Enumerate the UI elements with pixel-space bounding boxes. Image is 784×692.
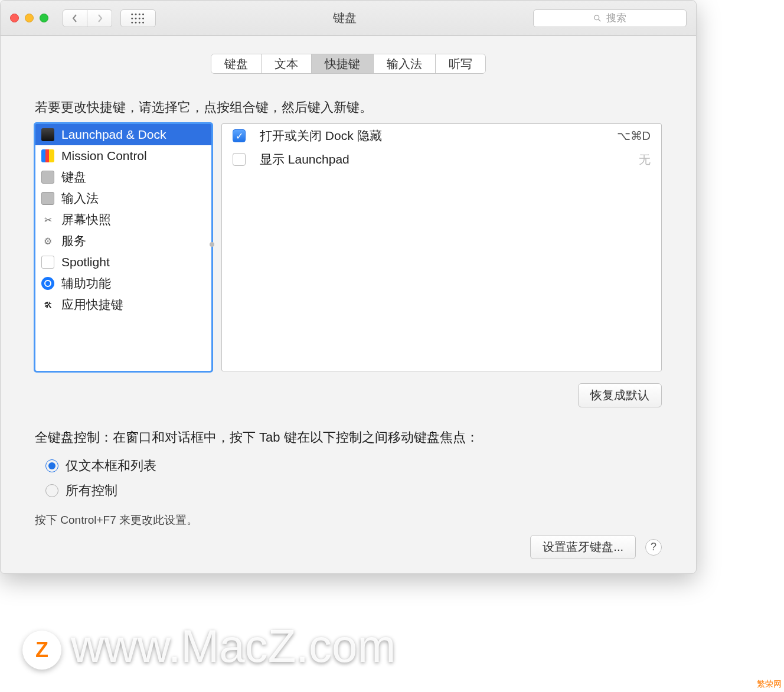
category-app-shortcuts[interactable]: 应用快捷键 — [35, 294, 211, 315]
tab-text[interactable]: 文本 — [262, 54, 312, 73]
radio-text-boxes-only[interactable]: 仅文本框和列表 — [45, 457, 662, 475]
keyboard-icon — [41, 171, 54, 184]
category-keyboard[interactable]: 键盘 — [35, 167, 211, 188]
help-button[interactable]: ? — [645, 539, 662, 556]
window-controls — [10, 14, 48, 22]
category-label: Mission Control — [61, 149, 147, 163]
watermark-logo: Z — [22, 631, 61, 670]
shortcut-label: 打开或关闭 Dock 隐藏 — [260, 128, 603, 144]
content-area: 若要更改快捷键，请选择它，点按组合键，然后键入新键。 Launchpad & D… — [1, 99, 696, 528]
shortcut-label: 显示 Launchpad — [260, 151, 625, 168]
shortcut-list-pane: ✓ 打开或关闭 Dock 隐藏 ⌥⌘D 显示 Launchpad 无 — [221, 123, 662, 371]
search-icon — [593, 14, 602, 22]
show-all-button[interactable]: ●●●●●●●●●●●● — [120, 9, 156, 27]
minimize-window-button[interactable] — [25, 14, 34, 22]
category-label: 键盘 — [61, 169, 86, 185]
restore-defaults-button[interactable]: 恢复成默认 — [578, 383, 662, 407]
category-spotlight[interactable]: Spotlight — [35, 252, 211, 273]
radio-group: 仅文本框和列表 所有控制 — [45, 457, 662, 500]
app-shortcuts-icon — [41, 298, 54, 311]
category-label: Spotlight — [61, 255, 110, 269]
scroll-indicator — [210, 242, 214, 247]
category-label: 服务 — [61, 233, 86, 249]
spotlight-icon — [41, 256, 54, 269]
category-label: 屏幕快照 — [61, 211, 111, 228]
bottom-row: 设置蓝牙键盘... ? — [530, 535, 662, 559]
category-label: 辅助功能 — [61, 275, 111, 292]
tab-dictation[interactable]: 听写 — [436, 54, 485, 73]
tab-input-sources[interactable]: 输入法 — [374, 54, 436, 73]
tab-bar: 键盘 文本 快捷键 输入法 听写 — [1, 54, 696, 74]
chevron-right-icon — [97, 14, 103, 23]
category-screenshots[interactable]: 屏幕快照 — [35, 209, 211, 230]
category-list-pane: Launchpad & Dock Mission Control 键盘 输入法 — [35, 123, 212, 371]
accessibility-icon — [41, 277, 54, 290]
category-list: Launchpad & Dock Mission Control 键盘 输入法 — [35, 124, 211, 315]
category-launchpad-dock[interactable]: Launchpad & Dock — [35, 124, 211, 145]
services-icon — [41, 234, 54, 247]
shortcut-key: ⌥⌘D — [617, 129, 651, 143]
window-title: 键盘 — [164, 10, 525, 26]
checkbox[interactable]: ✓ — [233, 129, 246, 142]
shortcut-key: 无 — [639, 152, 651, 168]
svg-line-1 — [599, 19, 601, 21]
split-panes: Launchpad & Dock Mission Control 键盘 输入法 — [35, 123, 662, 371]
bluetooth-keyboard-button[interactable]: 设置蓝牙键盘... — [530, 535, 636, 559]
nav-group — [63, 9, 112, 27]
watermark-text: www.MacZ.com — [71, 619, 396, 673]
system-prefs-window: ●●●●●●●●●●●● 键盘 搜索 键盘 文本 快捷键 输入法 听写 若要更改… — [0, 0, 697, 574]
watermark-corner: 繁荣网 — [757, 679, 782, 690]
mission-control-icon — [41, 149, 54, 162]
restore-row: 恢复成默认 — [35, 383, 662, 407]
screenshot-icon — [41, 213, 54, 226]
grid-icon: ●●●●●●●●●●●● — [131, 12, 146, 24]
search-placeholder: 搜索 — [606, 11, 626, 25]
tab-shortcuts[interactable]: 快捷键 — [312, 54, 374, 73]
radio-button[interactable] — [45, 484, 58, 497]
radio-all-controls[interactable]: 所有控制 — [45, 482, 662, 500]
chevron-left-icon — [72, 14, 78, 23]
radio-button[interactable] — [45, 459, 58, 472]
search-input[interactable]: 搜索 — [533, 9, 687, 27]
shortcut-row-show-launchpad[interactable]: 显示 Launchpad 无 — [222, 148, 661, 171]
control-f7-hint: 按下 Control+F7 来更改此设置。 — [35, 513, 662, 528]
full-keyboard-access-label: 全键盘控制：在窗口和对话框中，按下 Tab 键在以下控制之间移动键盘焦点： — [35, 429, 662, 446]
instruction-text: 若要更改快捷键，请选择它，点按组合键，然后键入新键。 — [35, 99, 662, 116]
input-icon — [41, 192, 54, 205]
toolbar: ●●●●●●●●●●●● 键盘 搜索 — [1, 1, 696, 36]
launchpad-icon — [41, 128, 54, 141]
checkbox[interactable] — [233, 153, 246, 166]
zoom-window-button[interactable] — [40, 14, 48, 22]
category-label: 输入法 — [61, 190, 99, 207]
shortcut-row-dock-hiding[interactable]: ✓ 打开或关闭 Dock 隐藏 ⌥⌘D — [222, 124, 661, 148]
svg-point-0 — [594, 15, 599, 19]
category-input-sources[interactable]: 输入法 — [35, 188, 211, 209]
close-window-button[interactable] — [10, 14, 19, 22]
tab-keyboard[interactable]: 键盘 — [211, 54, 262, 73]
category-label: 应用快捷键 — [61, 296, 123, 313]
category-mission-control[interactable]: Mission Control — [35, 145, 211, 167]
radio-label: 所有控制 — [66, 482, 117, 500]
tab-segment: 键盘 文本 快捷键 输入法 听写 — [211, 54, 486, 74]
category-accessibility[interactable]: 辅助功能 — [35, 273, 211, 294]
radio-label: 仅文本框和列表 — [66, 457, 156, 475]
category-services[interactable]: 服务 — [35, 230, 211, 252]
category-label: Launchpad & Dock — [61, 128, 166, 142]
forward-button[interactable] — [87, 9, 112, 27]
back-button[interactable] — [63, 9, 87, 27]
